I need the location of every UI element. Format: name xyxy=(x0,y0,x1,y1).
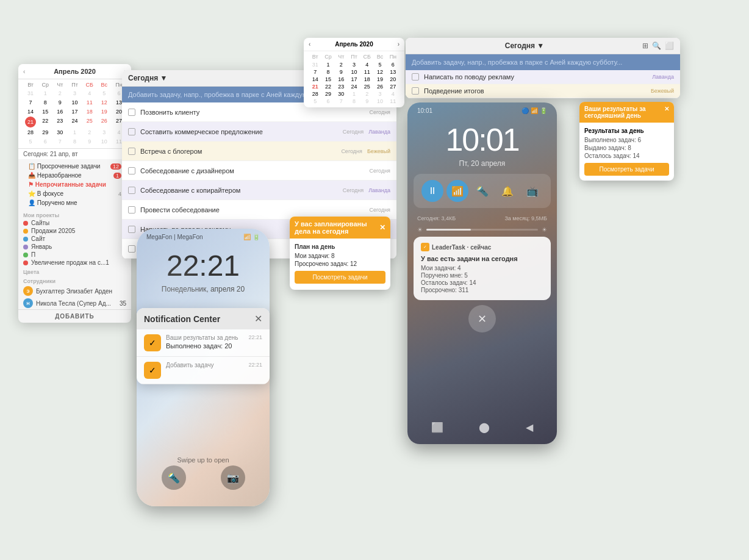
nc-item-1[interactable]: ✓ Ваши результаты за день Выполнено зада… xyxy=(137,329,270,357)
mini-cal-prev[interactable]: ‹ xyxy=(309,41,310,48)
brightness-fill xyxy=(426,229,471,231)
cal-prev-btn[interactable]: ‹ xyxy=(23,68,25,75)
sidebar-assigned[interactable]: 👤 Поручено мне xyxy=(23,198,126,207)
cal-days: 31123456 78910111213 14151617181920 2122… xyxy=(23,89,126,146)
lt-remaining: Осталось задач: 14 xyxy=(421,279,543,286)
task-checkbox[interactable] xyxy=(128,245,135,253)
nc-content-2: Добавить задачу xyxy=(166,362,243,370)
cal-today[interactable]: 21 xyxy=(25,117,36,127)
nc-msg-body-1: Выполнено задач: 20 xyxy=(166,342,243,350)
android-quick-toggles: ⏸ 📶 🔦 🔔 📺 xyxy=(414,174,551,208)
task-checkbox[interactable] xyxy=(128,167,135,174)
right-task-window: Сегодня ▼ ⊞ 🔍 ⬜ Добавить задачу, напр., … xyxy=(406,38,680,98)
sidebar-unread[interactable]: ⚑ Непрочитанные задачи xyxy=(23,180,126,189)
mini-cal-next[interactable]: › xyxy=(398,41,400,48)
ios-flashlight-btn[interactable]: 🔦 xyxy=(162,465,186,490)
rw-checkbox[interactable] xyxy=(412,73,419,81)
rw-task-list: Написать по поводу рекламу Лаванда Подве… xyxy=(406,70,680,98)
lt-task-items: Мои задачи: 4 Поручено мне: 5 Осталось з… xyxy=(421,265,543,293)
lt-card-header: ✓ LeaderTask · сейчас xyxy=(421,243,543,251)
project-sites[interactable]: Сайты xyxy=(18,219,131,227)
project-increase[interactable]: Увеличение продаж на с... 1 xyxy=(18,259,131,267)
sidebar-date: Сегодня: 21 апр, вт 6 xyxy=(18,148,131,159)
ios-status-bar: MegaFon | MegaFon 📶 🔋 xyxy=(137,229,270,243)
rw-icon-1[interactable]: ⊞ xyxy=(642,41,648,50)
table-row[interactable]: Собеседование с дизайнером Сегодня xyxy=(122,161,396,181)
android-nav-back[interactable]: ◀ xyxy=(526,422,533,433)
cal-weekdays: ВтСрЧтПтСБВсПн xyxy=(23,82,126,88)
employee-elizabeth: Э Бухгалтер Элизабет Арден xyxy=(18,285,131,297)
android-lock-screen: 10:01 🔵 📶 🔋 10:01 Пт, 20 апреля ⏸ 📶 🔦 🔔 … xyxy=(407,102,557,444)
mini-cal-title: Апрель 2020 xyxy=(335,41,373,48)
nc-time-1: 22:21 xyxy=(248,334,262,340)
rw-toolbar: Сегодня ▼ ⊞ 🔍 ⬜ xyxy=(406,38,680,54)
sidebar-overdue[interactable]: 📋 Просроченные задачи 12 xyxy=(23,162,126,171)
toggle-screen[interactable]: 📺 xyxy=(521,180,543,202)
project-sales[interactable]: Продажи 2020 5 xyxy=(18,227,131,235)
lt-my-tasks: Мои задачи: 4 xyxy=(421,265,543,271)
sidebar-focus[interactable]: ⭐ В фокусе 4 xyxy=(23,189,126,198)
table-row[interactable]: Написать по поводу рекламу Лаванда xyxy=(406,70,680,84)
nc-header: Notification Center ✕ xyxy=(137,308,270,329)
task-checkbox[interactable] xyxy=(128,187,135,194)
lt-header-text: LeaderTask · сейчас xyxy=(432,244,491,251)
toggle-wifi[interactable]: 📶 xyxy=(446,180,468,202)
data-month: За месяц: 9,5МБ xyxy=(504,215,547,221)
task-name: Собеседование с дизайнером xyxy=(140,167,367,174)
task-checkbox[interactable] xyxy=(128,109,135,116)
table-row[interactable]: Встреча с блогером Сегодня Бежевый xyxy=(122,142,396,161)
table-row[interactable]: Составить коммерческое предложение Сегод… xyxy=(122,122,396,142)
task-checkbox[interactable] xyxy=(128,148,135,155)
popup-close-btn[interactable]: ✕ xyxy=(379,223,385,232)
results-done: Выполнено задач: 6 xyxy=(584,137,669,143)
results-close-btn[interactable]: ✕ xyxy=(664,106,669,119)
android-unlock-btn[interactable]: ✕ xyxy=(468,305,496,332)
project-site[interactable]: Сайт xyxy=(18,235,131,243)
nc-app-name-2: Добавить задачу xyxy=(166,362,243,368)
popup-title: У вас запланированы дела на сегодня xyxy=(295,220,379,235)
android-nav-square[interactable]: ⬜ xyxy=(431,422,443,433)
android-brightness: ☀ ☀ xyxy=(414,226,551,233)
task-name: Встреча с блогером xyxy=(140,148,339,155)
table-row[interactable]: Собеседование с копирайтером Сегодня Лав… xyxy=(122,181,396,200)
results-view-btn[interactable]: Посмотреть задачи xyxy=(584,163,669,176)
nc-item-2[interactable]: ✓ Добавить задачу 22:21 xyxy=(137,357,270,384)
task-checkbox[interactable] xyxy=(128,226,135,233)
add-button[interactable]: ДОБАВИТЬ xyxy=(18,309,131,323)
task-name: Позвонить клиенту xyxy=(140,109,367,116)
brightness-bar[interactable] xyxy=(426,229,538,231)
project-p[interactable]: П xyxy=(18,251,131,259)
rw-task-name: Написать по поводу рекламу xyxy=(424,73,514,81)
popup-notification: У вас запланированы дела на сегодня ✕ Пл… xyxy=(290,217,390,290)
android-status-icons: 🔵 📶 🔋 xyxy=(521,107,547,114)
task-checkbox[interactable] xyxy=(128,206,135,214)
android-nav-home[interactable]: ⬤ xyxy=(479,422,490,433)
table-row[interactable]: Подведение итогов Бежевый xyxy=(406,84,680,98)
toggle-flashlight[interactable]: 🔦 xyxy=(471,180,493,202)
brightness-min-icon: ☀ xyxy=(417,226,423,233)
nc-close-btn[interactable]: ✕ xyxy=(254,313,262,325)
sidebar-unsorted[interactable]: 📥 Неразобранное 1 xyxy=(23,171,126,180)
rw-icon-3[interactable]: ⬜ xyxy=(665,41,674,50)
android-nav-bar: ⬜ ⬤ ◀ xyxy=(407,415,557,439)
results-popup: Ваши результаты за сегодняшний день ✕ Ре… xyxy=(579,102,674,181)
rw-icon-2[interactable]: 🔍 xyxy=(652,41,661,50)
popup-view-btn[interactable]: Посмотреть задачи xyxy=(295,271,385,284)
project-jan[interactable]: Январь xyxy=(18,243,131,251)
ios-camera-btn[interactable]: 📷 xyxy=(221,465,245,490)
rw-add-bar[interactable]: Добавить задачу, напр., пробежка в парке… xyxy=(406,54,680,70)
popup-overdue: Просрочено задач: 12 xyxy=(295,260,385,267)
rw-checkbox[interactable] xyxy=(412,87,419,95)
employees-label: Сотрудники xyxy=(18,276,131,285)
toggle-alarm[interactable]: 🔔 xyxy=(496,180,518,202)
task-name: Составить коммерческое предложение xyxy=(140,128,340,135)
projects-label: Мои проекты xyxy=(18,210,131,219)
rw-window-title: Сегодня ▼ xyxy=(412,41,637,50)
popup-header: У вас запланированы дела на сегодня ✕ xyxy=(290,217,390,239)
desktop-task-app: ‹ Апрель 2020 › ВтСрЧтПтСБВсПн 31123456 … xyxy=(18,64,131,323)
results-popup-header: Ваши результаты за сегодняшний день ✕ xyxy=(579,102,674,123)
nc-time-2: 22:21 xyxy=(248,362,262,368)
task-checkbox[interactable] xyxy=(128,128,135,135)
android-clock: 10:01 xyxy=(407,121,557,158)
toggle-pause[interactable]: ⏸ xyxy=(421,180,443,202)
